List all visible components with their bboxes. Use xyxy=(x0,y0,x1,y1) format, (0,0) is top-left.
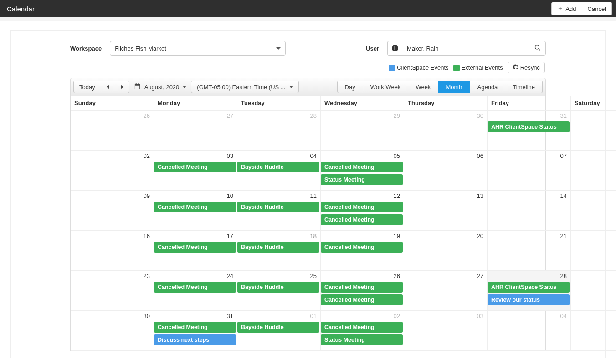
cell-date: 21 xyxy=(560,233,567,239)
calendar-cell[interactable]: 05Cancelled MeetingStatus Meeting xyxy=(321,151,404,191)
date-picker[interactable]: August, 2020 xyxy=(134,83,187,91)
user-filter: User i Maker, Rain xyxy=(366,41,546,56)
add-button-label: Add xyxy=(565,5,576,12)
calendar-cell[interactable]: 06 xyxy=(404,151,488,191)
calendar-cell[interactable]: 01Bayside Huddle xyxy=(237,311,321,351)
view-timeline-label: Timeline xyxy=(513,84,535,91)
calendar-cell[interactable]: 26 xyxy=(71,111,154,151)
calendar-cell[interactable]: 17Cancelled Meeting xyxy=(154,231,237,271)
view-day[interactable]: Day xyxy=(337,81,363,93)
today-label: Today xyxy=(79,84,95,91)
cell-date: 09 xyxy=(144,192,150,199)
calendar-cell[interactable]: 18Bayside Huddle xyxy=(237,231,321,271)
calendar-cell[interactable]: 10Cancelled Meeting xyxy=(154,191,237,231)
calendar-event[interactable]: Status Meeting xyxy=(321,334,403,345)
calendar-cell[interactable]: 30 xyxy=(404,111,488,151)
calendar-cell[interactable]: 08 xyxy=(571,151,616,191)
calendar-event[interactable]: AHR ClientSpace Status xyxy=(488,121,570,132)
calendar-event[interactable]: Bayside Huddle xyxy=(237,322,319,333)
calendar-cell[interactable]: 30 xyxy=(71,311,154,351)
calendar-cell[interactable]: 11Bayside Huddle xyxy=(237,191,321,231)
legend-clientspace: ClientSpace Events xyxy=(389,64,448,71)
timezone-select[interactable]: (GMT-05:00) Eastern Time (US ... xyxy=(191,81,298,93)
user-input[interactable]: Maker, Rain xyxy=(402,41,546,56)
calendar-event[interactable]: Cancelled Meeting xyxy=(321,282,403,293)
calendar-event[interactable]: Cancelled Meeting xyxy=(154,162,236,172)
calendar-event[interactable]: Bayside Huddle xyxy=(237,242,319,253)
calendar-cell[interactable]: 02 xyxy=(71,151,154,191)
cell-date: 26 xyxy=(394,273,400,279)
day-header-cell: Saturday xyxy=(571,96,616,111)
calendar-event[interactable]: Cancelled Meeting xyxy=(154,282,236,293)
user-value: Maker, Rain xyxy=(407,45,438,52)
next-button[interactable] xyxy=(115,81,129,93)
today-button[interactable]: Today xyxy=(73,81,101,93)
cell-date: 27 xyxy=(477,273,483,279)
calendar-event[interactable]: Bayside Huddle xyxy=(237,202,319,212)
calendar-cell[interactable]: 29 xyxy=(571,271,616,311)
calendar-event[interactable]: Cancelled Meeting xyxy=(154,242,236,253)
calendar-cell[interactable]: 09 xyxy=(71,191,154,231)
cancel-button[interactable]: Cancel xyxy=(582,2,612,15)
calendar-cell[interactable]: 27 xyxy=(154,111,237,151)
prev-button[interactable] xyxy=(101,81,115,93)
calendar-cell[interactable]: 15 xyxy=(571,191,616,231)
calendar-cell[interactable]: 19Cancelled Meeting xyxy=(321,231,404,271)
resync-label: Resync xyxy=(520,64,540,71)
calendar-cell[interactable]: 13 xyxy=(404,191,488,231)
legend-row: ClientSpace Events External Events Resyn… xyxy=(70,56,546,73)
calendar-event[interactable]: Discuss next steps xyxy=(154,334,236,345)
calendar-event[interactable]: Cancelled Meeting xyxy=(154,202,236,212)
view-week[interactable]: Week xyxy=(408,81,438,93)
calendar-event[interactable]: Cancelled Meeting xyxy=(154,322,236,333)
resync-button[interactable]: Resync xyxy=(508,62,545,73)
calendar-cell[interactable]: 14 xyxy=(488,191,571,231)
page-title: Calendar xyxy=(7,5,35,13)
view-day-label: Day xyxy=(345,84,355,91)
view-timeline[interactable]: Timeline xyxy=(505,81,543,93)
calendar-cell[interactable]: 02Cancelled MeetingStatus Meeting xyxy=(321,311,404,351)
calendar-event[interactable]: Cancelled Meeting xyxy=(321,214,403,225)
calendar-cell[interactable]: 03 xyxy=(404,311,488,351)
calendar-cell[interactable]: 31AHR ClientSpace Status xyxy=(488,111,571,151)
calendar-cell[interactable]: 26Cancelled MeetingCancelled Meeting xyxy=(321,271,404,311)
calendar-cell[interactable]: 31Cancelled MeetingDiscuss next steps xyxy=(154,311,237,351)
calendar-cell[interactable]: 12Cancelled MeetingCancelled Meeting xyxy=(321,191,404,231)
calendar-cell[interactable]: 03Cancelled Meeting xyxy=(154,151,237,191)
calendar-event[interactable]: Cancelled Meeting xyxy=(321,202,403,212)
calendar-event[interactable]: Cancelled Meeting xyxy=(321,242,403,253)
calendar-cell[interactable]: 29 xyxy=(321,111,404,151)
calendar-cell[interactable]: 05 xyxy=(571,311,616,351)
calendar-cell[interactable]: 04Bayside Huddle xyxy=(237,151,321,191)
calendar-cell[interactable]: 04 xyxy=(488,311,571,351)
calendar-cell[interactable]: 28 xyxy=(237,111,321,151)
user-info-button[interactable]: i xyxy=(387,41,402,56)
calendar-cell[interactable]: 25Bayside Huddle xyxy=(237,271,321,311)
calendar-event[interactable]: Status Meeting xyxy=(321,174,403,185)
add-button[interactable]: ＋ Add xyxy=(551,2,582,15)
calendar-cell[interactable]: 23 xyxy=(71,271,154,311)
view-agenda[interactable]: Agenda xyxy=(470,81,506,93)
calendar-event[interactable]: Cancelled Meeting xyxy=(321,322,403,333)
calendar-event[interactable]: Cancelled Meeting xyxy=(321,294,403,305)
workspace-select[interactable]: Filches Fish Market xyxy=(110,41,286,56)
calendar-cell[interactable]: 22 xyxy=(571,231,616,271)
cell-events: Bayside Huddle xyxy=(239,202,318,212)
calendar-cell[interactable]: 28AHR ClientSpace StatusReview our statu… xyxy=(488,271,571,311)
calendar-event[interactable]: Bayside Huddle xyxy=(237,162,319,172)
calendar-cell[interactable]: 01 xyxy=(571,111,616,151)
calendar-event[interactable]: AHR ClientSpace Status xyxy=(488,282,570,293)
view-month[interactable]: Month xyxy=(438,81,470,93)
calendar-event[interactable]: Bayside Huddle xyxy=(237,282,319,293)
calendar-week: 0203Cancelled Meeting04Bayside Huddle05C… xyxy=(71,151,545,191)
calendar-cell[interactable]: 07 xyxy=(488,151,571,191)
calendar-cell[interactable]: 21 xyxy=(488,231,571,271)
calendar-toolbar: Today August, 2020 xyxy=(70,78,546,96)
calendar-cell[interactable]: 16 xyxy=(71,231,154,271)
calendar-cell[interactable]: 24Cancelled Meeting xyxy=(154,271,237,311)
calendar-event[interactable]: Review our status xyxy=(488,294,570,305)
calendar-event[interactable]: Cancelled Meeting xyxy=(321,162,403,172)
calendar-cell[interactable]: 20 xyxy=(404,231,488,271)
view-work-week[interactable]: Work Week xyxy=(363,81,409,93)
calendar-cell[interactable]: 27 xyxy=(404,271,488,311)
